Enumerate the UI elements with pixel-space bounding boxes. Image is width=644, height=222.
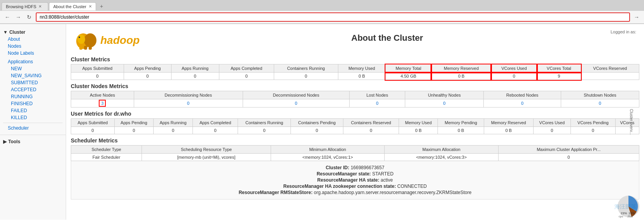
address-bar[interactable]: [36, 12, 630, 22]
unhealthy-link[interactable]: 0: [443, 101, 446, 106]
uval-apps-completed: 0: [193, 127, 238, 134]
col-rebooted: Rebooted Nodes: [484, 91, 561, 99]
sidebar-item-finished[interactable]: FINISHED: [6, 100, 63, 107]
refresh-button[interactable]: ↻: [25, 13, 33, 21]
rm-store-row: ResourceManager RMStateStore: org.apache…: [79, 190, 631, 195]
sval-resource-type: [memory-mb (unit=Mi), vcores]: [142, 154, 271, 161]
forward-button[interactable]: →: [14, 13, 23, 21]
sidebar-item-failed[interactable]: FAILED: [6, 107, 63, 114]
col-vcores-total: VCores Total: [537, 64, 581, 73]
scol-resource-type: Scheduling Resource Type: [142, 146, 271, 154]
uval-memory-reserved: 0 B: [484, 127, 533, 134]
shutdown-link[interactable]: 0: [599, 101, 601, 106]
sval-max-cluster-app: 0: [498, 154, 639, 161]
rebooted-link[interactable]: 0: [521, 101, 523, 106]
col-apps-submitted: Apps Submitted: [71, 64, 124, 73]
active-nodes-link[interactable]: 3: [100, 101, 105, 106]
navigate-button[interactable]: →: [632, 13, 641, 21]
scol-max-alloc: Maximum Allocation: [385, 146, 498, 154]
svg-text:15%: 15%: [628, 212, 635, 215]
rm-state-label: ResourceManager state:: [317, 171, 371, 177]
tab-about-cluster[interactable]: About the Cluster ✕: [49, 2, 96, 10]
user-metrics-table: Apps Submitted Apps Pending Apps Running…: [71, 118, 639, 134]
tools-label: Tools: [8, 139, 20, 144]
lost-link[interactable]: 0: [376, 101, 378, 106]
decommissioned-link[interactable]: 0: [295, 101, 297, 106]
cluster-info-section: Cluster ID: 1669896673657 ResourceManage…: [71, 161, 639, 199]
sidebar-item-submitted[interactable]: SUBMITTED: [6, 79, 63, 86]
col-decommissioned: Decommissioned Nodes: [243, 91, 350, 99]
sidebar-item-about[interactable]: About: [3, 36, 63, 43]
back-button[interactable]: ←: [3, 13, 12, 21]
ucol-vcores-used: VCores Used: [533, 119, 571, 127]
ucol-memory-reserved: Memory Reserved: [484, 119, 533, 127]
header-row: hadoop About the Cluster Logged in as:: [71, 27, 639, 53]
sidebar-cluster-title[interactable]: ▼ Cluster: [3, 29, 63, 36]
tab-browsing-hdfs[interactable]: Browsing HDFS ✕: [2, 2, 48, 10]
sidebar-item-new[interactable]: NEW: [6, 65, 63, 72]
ucol-apps-running: Apps Running: [153, 119, 192, 127]
uval-vcores-used: 0: [533, 127, 571, 134]
sidebar-item-scheduler[interactable]: Scheduler: [3, 125, 63, 132]
sidebar-item-accepted[interactable]: ACCEPTED: [6, 86, 63, 93]
new-tab-button[interactable]: +: [97, 2, 106, 11]
val-unhealthy: 0: [405, 99, 483, 108]
rm-store-label: ResourceManager RMStateStore:: [239, 190, 313, 195]
uval-apps-submitted: 0: [71, 127, 115, 134]
svg-rect-5: [89, 45, 92, 50]
ucol-containers-pending: Containers Pending: [290, 119, 343, 127]
tab-close-icon[interactable]: ✕: [38, 4, 42, 9]
col-active-nodes: Active Nodes: [71, 91, 134, 99]
uval-containers-running: 0: [238, 127, 291, 134]
sval-type: Fair Scheduler: [71, 154, 142, 161]
scol-type: Scheduler Type: [71, 146, 142, 154]
cluster-overview-label: Cluster overv...: [629, 109, 633, 135]
svg-rect-3: [79, 45, 82, 50]
val-vcores-total: 9: [537, 73, 581, 80]
scol-min-alloc: Minimum Allocation: [271, 146, 384, 154]
col-vcores-reserved: VCores Reserved: [581, 64, 639, 73]
cluster-nodes-table: Active Nodes Decommissioning Nodes Decom…: [71, 91, 639, 108]
sidebar-item-killed[interactable]: KILLED: [6, 114, 63, 121]
hadoop-logo-svg: [75, 29, 99, 51]
uval-memory-pending: 0 B: [438, 127, 484, 134]
col-memory-total: Memory Total: [385, 64, 431, 73]
cluster-metrics-table: Apps Submitted Apps Pending Apps Running…: [71, 64, 639, 80]
col-apps-running: Apps Running: [171, 64, 219, 73]
hadoop-logo: hadoop: [75, 29, 140, 51]
val-decommissioning: 0: [134, 99, 243, 108]
rm-zk-label: ResourceManager HA zookeeper connection …: [284, 184, 396, 189]
sidebar-item-new-saving[interactable]: NEW_SAVING: [6, 72, 63, 79]
cluster-id-value: 1669896673657: [351, 165, 385, 170]
sidebar-tools-title[interactable]: ▶ Tools: [3, 138, 63, 145]
svg-rect-4: [84, 46, 87, 50]
sval-min-alloc: <memory:1024, vCores:1>: [271, 154, 384, 161]
val-lost: 0: [350, 99, 405, 108]
tab-close-icon[interactable]: ✕: [89, 4, 92, 9]
rm-zk-value: CONNECTED: [397, 184, 427, 189]
decommissioning-link[interactable]: 0: [187, 101, 189, 106]
val-decommissioned: 0: [243, 99, 350, 108]
sidebar: ▼ Cluster About Nodes Node Labels Applic…: [0, 24, 66, 220]
ucol-vcores-pending: VCores Pending: [571, 119, 616, 127]
uval-apps-running: 0: [153, 127, 192, 134]
sidebar-item-node-labels[interactable]: Node Labels: [3, 50, 63, 57]
nav-bar: ← → ↻ →: [0, 11, 644, 24]
sidebar-item-applications[interactable]: Applications: [3, 58, 63, 65]
arrow-icon: ▼: [3, 29, 8, 35]
sval-max-alloc: <memory:1024, vCores:3>: [385, 154, 498, 161]
col-vcores-used: VCores Used: [491, 64, 537, 73]
val-apps-submitted: 0: [71, 73, 124, 80]
pie-chart: 23% 15% cpu 内存: [617, 195, 640, 218]
col-shutdown: Shutdown Nodes: [561, 91, 639, 99]
col-lost: Lost Nodes: [350, 91, 405, 99]
val-apps-completed: 0: [219, 73, 274, 80]
uval-containers-reserved: 0: [343, 127, 399, 134]
svg-point-7: [79, 36, 80, 38]
sidebar-item-nodes[interactable]: Nodes: [3, 43, 63, 50]
svg-text:23%: 23%: [621, 212, 627, 215]
ucol-containers-running: Containers Running: [238, 119, 291, 127]
sidebar-item-running[interactable]: RUNNING: [6, 93, 63, 100]
tab-label: About the Cluster: [53, 4, 86, 9]
pie-chart-container: 23% 15% cpu 内存: [617, 195, 640, 218]
